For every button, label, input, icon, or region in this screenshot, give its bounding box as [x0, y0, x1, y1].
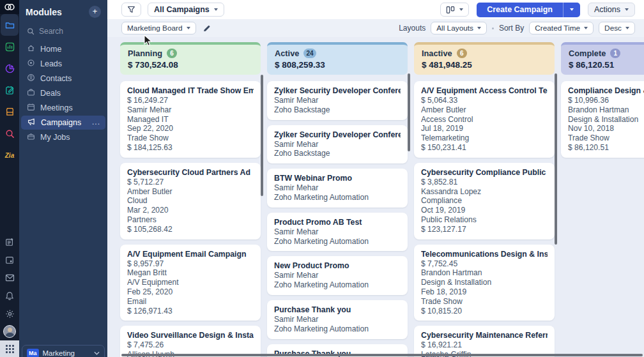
campaign-card[interactable]: Telecommunications Design & Inst...$ 7,7… [414, 245, 555, 321]
bell-icon[interactable] [0, 287, 19, 305]
column-count-badge: 6 [457, 49, 467, 58]
campaign-card-title: Product Promo AB Test [274, 217, 401, 227]
campaign-card[interactable]: New Product PromoSamir MeharZoho Marketi… [267, 256, 408, 295]
meetings-icon [27, 103, 35, 113]
search-red-icon[interactable] [0, 123, 19, 144]
mail-icon[interactable] [0, 269, 19, 287]
campaign-card-title: Video Surveillance Design & Install... [127, 330, 254, 340]
sidebar-item-my-jobs[interactable]: My Jobs [21, 130, 105, 144]
sidebar-item-leads[interactable]: Leads [21, 57, 105, 71]
create-campaign-dropdown[interactable] [563, 3, 580, 17]
campaign-card-field: Access Control [421, 115, 548, 125]
user-avatar[interactable] [0, 323, 19, 340]
campaign-card-field: Nov 10, 2018 [568, 124, 644, 133]
sidebar-item-label: Campaigns [41, 118, 81, 127]
create-campaign-button[interactable]: Create Campaign [477, 3, 580, 17]
workspace-label: Marketing [43, 349, 90, 357]
apps-grid-icon[interactable] [0, 340, 19, 357]
campaign-card-field: Samir Mehar [274, 140, 401, 149]
campaign-card-field: $ 150,231.41 [421, 143, 548, 153]
add-module-button[interactable]: + [89, 6, 101, 18]
filter-button[interactable] [121, 3, 141, 17]
sidebar-nav: HomeLeadsContactsDealsMeetingsCampaigns.… [19, 42, 107, 144]
campaign-card-field: $ 7,475.26 [127, 340, 254, 350]
campaign-card[interactable]: Cybersecurity Cloud Partners Ad$ 5,712.2… [120, 163, 261, 239]
campaign-card-field: Trade Show [421, 297, 548, 307]
sidebar-item-deals[interactable]: Deals [21, 86, 105, 100]
sidebar-item-meetings[interactable]: Meetings [21, 101, 105, 115]
column-header-active[interactable]: Active24$ 808,259.33 [267, 42, 408, 75]
campaign-card[interactable]: Zylker Security Developer Confere...Sami… [267, 125, 408, 164]
planning-column-scrollbar[interactable] [261, 75, 263, 196]
campaign-card[interactable]: Cloud Managed IT Trade Show Email$ 16,24… [120, 81, 261, 158]
column-total: $ 730,524.08 [128, 60, 253, 70]
gear-icon[interactable] [0, 305, 19, 323]
board-selector[interactable]: Marketing Board [121, 22, 196, 34]
sidebar-item-home[interactable]: Home [21, 42, 105, 56]
campaign-card-field: Samir Mehar [274, 315, 401, 324]
campaign-card-title: Compliance Design & Inst... [568, 86, 644, 96]
avatar [3, 325, 16, 338]
campaign-card[interactable]: Purchase Thank youSamir MeharZoho Market… [267, 300, 408, 339]
main-content: All Campaigns Create Campaign Actions [107, 0, 644, 357]
tasks-icon[interactable] [0, 79, 19, 101]
column-header-planning[interactable]: Planning6$ 730,524.08 [120, 42, 261, 75]
board-horizontal-scrollbar[interactable] [121, 354, 643, 356]
campaign-card[interactable]: Zylker Security Developer Confere...Sami… [267, 81, 408, 120]
more-options-icon[interactable]: ... [92, 118, 100, 126]
zia-icon[interactable]: Zia [0, 144, 19, 166]
campaign-card-field: Email [127, 297, 254, 307]
kanban-column-active: Active24$ 808,259.33Zylker Security Deve… [267, 42, 408, 357]
sidebar-search[interactable]: Search [19, 22, 107, 40]
campaign-card-field: Zoho Marketing Automation [274, 280, 401, 290]
campaign-card[interactable]: Cybersecurity Compliance Public R...$ 3,… [414, 163, 555, 239]
deals-icon [27, 88, 35, 98]
calendar-icon[interactable] [0, 251, 19, 269]
kanban-column-complete: Complete1$ 86,120.51Compliance Design & … [561, 42, 644, 158]
campaign-card-field: Samir Mehar [274, 183, 401, 193]
campaign-card[interactable]: Video Surveillance Design & Install...$ … [120, 326, 261, 357]
inactive-column-scrollbar[interactable] [555, 73, 557, 245]
campaign-card-field: Kassandra Lopez [421, 187, 548, 197]
chevron-down-icon [570, 8, 574, 11]
campaign-card-field: $ 7,752.45 [421, 259, 548, 269]
module-view-selector[interactable]: All Campaigns [148, 3, 224, 17]
campaign-card[interactable]: Cybersecurity Maintenance Referr...$ 16,… [414, 326, 555, 357]
campaign-card[interactable]: BTW Webinar PromoSamir MeharZoho Marketi… [267, 169, 408, 208]
sort-field-selector[interactable]: Created Time [529, 22, 594, 34]
campaign-card[interactable]: Compliance Design & Inst...$ 10,996.36Br… [561, 81, 644, 158]
layouts-selector[interactable]: All Layouts [431, 22, 487, 34]
active-column-scrollbar[interactable] [408, 73, 410, 151]
sort-order-selector[interactable]: Desc [599, 22, 635, 34]
workspace-switcher[interactable]: Ma Marketing [22, 345, 105, 357]
campaign-card-field: Brandon Hartman [568, 105, 644, 115]
zoho-logo-icon[interactable] [0, 0, 19, 14]
view-switcher-button[interactable] [440, 3, 469, 17]
campaign-card[interactable]: Product Promo AB TestSamir MeharZoho Mar… [267, 213, 408, 252]
folder-icon[interactable] [1, 14, 19, 36]
note-add-icon[interactable] [0, 233, 19, 251]
pie-icon[interactable] [0, 57, 19, 79]
actions-button[interactable]: Actions [588, 3, 635, 17]
kanban-view-icon [446, 6, 455, 14]
sidebar-item-campaigns[interactable]: Campaigns... [21, 116, 105, 130]
campaign-card-field: $ 8,957.97 [127, 259, 254, 269]
column-cards: Zylker Security Developer Confere...Sami… [267, 81, 408, 357]
column-header-complete[interactable]: Complete1$ 86,120.51 [561, 42, 644, 75]
campaign-card-title: Zylker Security Developer Confere... [274, 130, 401, 140]
chevron-down-icon [625, 8, 629, 11]
sidebar-item-contacts[interactable]: Contacts [21, 72, 105, 86]
edit-pencil-icon[interactable] [203, 24, 211, 33]
column-header-inactive[interactable]: Inactive6$ 481,948.25 [414, 42, 555, 75]
campaign-card-field: $ 86,120.51 [568, 143, 644, 153]
campaign-card[interactable]: A/V Equipment Access Control Tel...$ 5,0… [414, 81, 555, 158]
campaign-card[interactable]: A/V Equipment Email Campaign$ 8,957.97Me… [120, 245, 261, 321]
campaign-card-field: $ 123,127.17 [421, 225, 548, 234]
chart-icon[interactable] [0, 36, 19, 57]
campaign-card-field: Public Relations [421, 215, 548, 225]
campaign-card-title: Cybersecurity Maintenance Referr... [421, 330, 548, 340]
store-icon[interactable] [0, 101, 19, 123]
campaign-card-field: Cloud [127, 196, 254, 206]
campaign-card-field: Telemarketing [421, 133, 548, 143]
sidebar-item-label: Meetings [40, 103, 73, 112]
